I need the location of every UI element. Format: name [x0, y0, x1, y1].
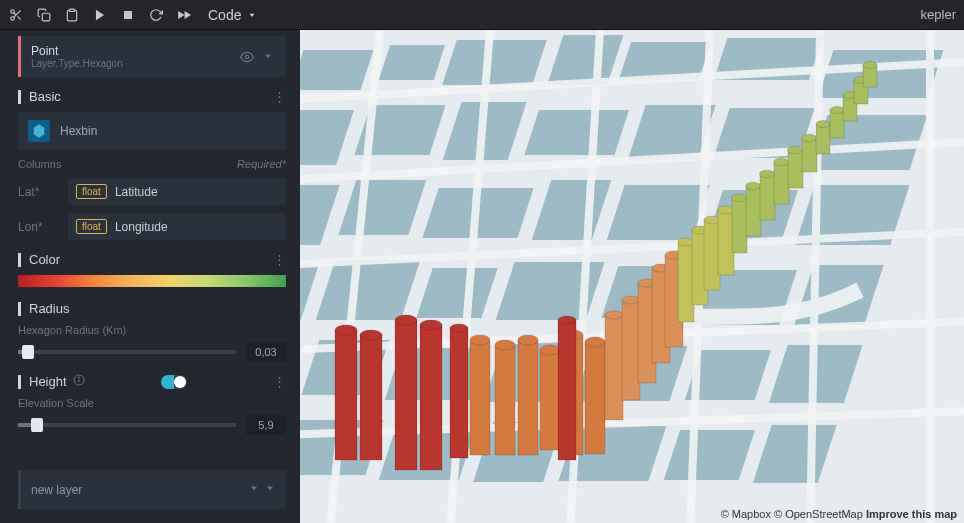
svg-point-0: [11, 9, 15, 13]
run-icon[interactable]: [92, 7, 108, 23]
top-toolbar: Code kepler: [0, 0, 964, 30]
svg-rect-71: [470, 340, 490, 455]
radius-slider-row: 0,03: [18, 342, 286, 362]
svg-rect-8: [124, 11, 132, 19]
elevation-slider-row: 5,9: [18, 415, 286, 435]
hexbin-icon: [28, 120, 50, 142]
chevron-down-icon[interactable]: [262, 50, 276, 64]
svg-rect-109: [760, 174, 775, 220]
cut-icon[interactable]: [8, 7, 24, 23]
svg-marker-18: [251, 487, 257, 491]
lat-type-badge: float: [76, 184, 107, 199]
svg-point-74: [495, 340, 515, 350]
lon-label: Lon*: [18, 220, 58, 234]
svg-rect-22: [379, 45, 445, 80]
svg-rect-27: [818, 50, 944, 98]
visibility-icon[interactable]: [240, 50, 254, 64]
svg-rect-117: [816, 124, 830, 154]
columns-label: Columns: [18, 158, 61, 170]
more-icon[interactable]: ⋮: [273, 374, 286, 389]
svg-point-72: [470, 335, 490, 345]
cell-type-dropdown[interactable]: Code: [204, 5, 261, 25]
svg-rect-101: [704, 220, 720, 290]
svg-rect-119: [830, 110, 844, 138]
svg-point-64: [335, 325, 357, 335]
svg-rect-5: [42, 13, 50, 21]
svg-marker-10: [178, 10, 184, 18]
svg-point-118: [816, 121, 830, 128]
svg-rect-97: [678, 242, 694, 322]
height-toggle[interactable]: [161, 375, 187, 389]
lon-column-picker[interactable]: float Longitude: [68, 213, 286, 240]
svg-rect-87: [605, 315, 623, 420]
layer-sidebar: Point Layer.Type.Hexagon Basic ⋮ Hexbin …: [0, 30, 300, 523]
svg-rect-63: [335, 330, 357, 460]
svg-rect-85: [558, 320, 576, 460]
svg-point-114: [788, 146, 803, 154]
svg-rect-107: [746, 186, 761, 236]
svg-rect-81: [585, 342, 605, 454]
svg-line-3: [17, 16, 20, 19]
improve-map-link[interactable]: Improve this map: [866, 508, 957, 520]
radius-slider[interactable]: [18, 350, 236, 354]
svg-point-17: [78, 377, 79, 378]
svg-rect-113: [788, 150, 803, 188]
svg-point-126: [863, 62, 877, 69]
svg-point-1: [11, 16, 15, 20]
lon-column-row: Lon* float Longitude: [18, 213, 286, 240]
section-color: Color ⋮: [18, 252, 286, 267]
svg-line-4: [14, 12, 16, 14]
svg-rect-67: [395, 320, 417, 470]
svg-point-120: [830, 107, 844, 114]
svg-point-98: [678, 238, 694, 246]
svg-rect-89: [622, 300, 640, 400]
more-icon[interactable]: ⋮: [273, 252, 286, 267]
layer-type-selector[interactable]: Hexbin: [18, 112, 286, 150]
osm-attribution[interactable]: © OpenStreetMap: [774, 508, 863, 520]
stop-icon[interactable]: [120, 7, 136, 23]
svg-point-104: [718, 206, 734, 214]
svg-marker-14: [34, 124, 45, 137]
svg-point-112: [774, 158, 789, 166]
radius-field-label: Hexagon Radius (Km): [18, 324, 286, 336]
svg-point-110: [760, 170, 775, 178]
mapbox-attribution[interactable]: © Mapbox: [721, 508, 771, 520]
chevron-down-icon: [248, 482, 260, 497]
copy-icon[interactable]: [36, 7, 52, 23]
paste-icon[interactable]: [64, 7, 80, 23]
lat-label: Lat*: [18, 185, 58, 199]
svg-point-88: [605, 311, 623, 319]
section-color-label: Color: [29, 252, 60, 267]
new-layer-button[interactable]: new layer: [18, 470, 286, 509]
svg-rect-6: [70, 9, 75, 11]
elevation-value[interactable]: 5,9: [246, 415, 286, 435]
svg-rect-103: [718, 210, 734, 275]
svg-point-12: [245, 55, 249, 59]
svg-marker-11: [250, 13, 255, 16]
elevation-field-label: Elevation Scale: [18, 397, 286, 409]
svg-marker-19: [267, 487, 273, 491]
map-viewport[interactable]: © Mapbox © OpenStreetMap Improve this ma…: [300, 30, 964, 523]
columns-header: Columns Required*: [18, 158, 286, 170]
lat-field-name: Latitude: [115, 185, 158, 199]
map-attribution: © Mapbox © OpenStreetMap Improve this ma…: [718, 507, 960, 521]
svg-point-70: [420, 320, 442, 330]
fast-forward-icon[interactable]: [176, 7, 192, 23]
new-layer-label: new layer: [31, 483, 82, 497]
lon-field-name: Longitude: [115, 220, 168, 234]
restart-icon[interactable]: [148, 7, 164, 23]
svg-marker-13: [265, 54, 271, 58]
svg-marker-7: [96, 9, 104, 20]
svg-rect-65: [360, 335, 382, 460]
radius-value[interactable]: 0,03: [246, 342, 286, 362]
brand-label: kepler: [921, 7, 956, 22]
layer-header-point[interactable]: Point Layer.Type.Hexagon: [18, 36, 286, 77]
color-ramp[interactable]: [18, 275, 286, 287]
info-icon[interactable]: [73, 374, 85, 389]
svg-point-76: [518, 335, 538, 345]
lat-column-picker[interactable]: float Latitude: [68, 178, 286, 205]
lat-column-row: Lat* float Latitude: [18, 178, 286, 205]
elevation-slider[interactable]: [18, 423, 236, 427]
svg-rect-23: [442, 40, 547, 85]
more-icon[interactable]: ⋮: [273, 89, 286, 104]
